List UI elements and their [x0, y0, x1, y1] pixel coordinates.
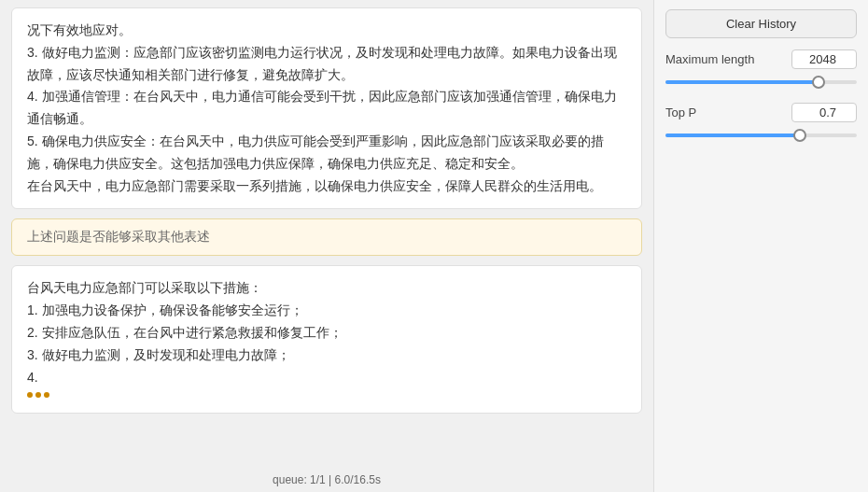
top-p-slider-container	[665, 126, 857, 145]
dot-3	[44, 392, 49, 398]
loading-indicator	[27, 388, 626, 401]
max-length-slider-fill	[665, 80, 819, 84]
text-block-1-content: 况下有效地应对。 3. 做好电力监测：应急部门应该密切监测电力运行状况，及时发现…	[27, 22, 617, 193]
dot-2	[35, 392, 41, 398]
status-text: queue: 1/1 | 6.0/16.5s	[273, 473, 381, 486]
input-block[interactable]: 上述问题是否能够采取其他表述	[11, 218, 642, 256]
max-length-slider-thumb[interactable]	[812, 76, 825, 89]
top-p-input[interactable]	[791, 103, 857, 122]
top-p-slider-track	[665, 134, 857, 137]
clear-history-button[interactable]: Clear History	[665, 9, 857, 38]
dot-1	[27, 392, 33, 398]
input-placeholder-text: 上述问题是否能够采取其他表述	[27, 229, 210, 244]
max-length-group: Maximum length	[665, 49, 857, 91]
max-length-slider-container	[665, 73, 857, 91]
top-p-slider-thumb[interactable]	[793, 129, 806, 142]
response-block: 台风天电力应急部门可以采取以下措施： 1. 加强电力设备保护，确保设备能够安全运…	[11, 265, 642, 414]
top-p-slider-fill	[665, 134, 800, 137]
top-p-label: Top P	[665, 105, 696, 119]
text-block-1: 况下有效地应对。 3. 做好电力监测：应急部门应该密切监测电力运行状况，及时发现…	[11, 7, 642, 209]
response-text: 台风天电力应急部门可以采取以下措施： 1. 加强电力设备保护，确保设备能够安全运…	[27, 280, 343, 384]
top-p-group: Top P	[665, 103, 857, 145]
clear-history-label: Clear History	[726, 17, 796, 31]
right-panel: Clear History Maximum length Top P	[653, 0, 868, 492]
max-length-label-row: Maximum length	[665, 49, 857, 69]
top-p-label-row: Top P	[665, 103, 857, 122]
main-content: 况下有效地应对。 3. 做好电力监测：应急部门应该密切监测电力运行状况，及时发现…	[0, 0, 653, 492]
status-bar: queue: 1/1 | 6.0/16.5s	[0, 468, 653, 492]
scroll-area[interactable]: 况下有效地应对。 3. 做好电力监测：应急部门应该密切监测电力运行状况，及时发现…	[0, 0, 653, 468]
max-length-label: Maximum length	[665, 52, 754, 66]
max-length-input[interactable]	[791, 49, 857, 69]
max-length-slider-track	[665, 80, 857, 84]
